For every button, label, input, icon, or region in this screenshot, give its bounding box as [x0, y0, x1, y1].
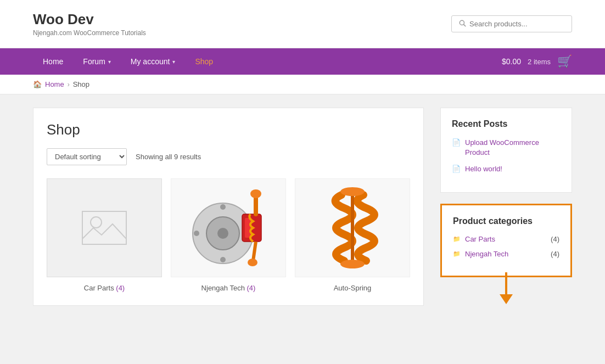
product-categories-widget: Product categories 📁 Car Parts (4) 📁 Nje… [440, 204, 572, 277]
product-name-car-parts: Car Parts (4) [47, 284, 162, 292]
search-input[interactable] [469, 20, 565, 28]
nav-item-forum[interactable]: Forum ▾ [73, 48, 120, 75]
cat-item-njengah-tech: 📁 Njengah Tech (4) [453, 250, 559, 258]
shop-box: Shop Default sorting Showing all 9 resul… [33, 108, 424, 306]
cart-items-count: 2 items [528, 58, 551, 66]
breadcrumb-current: Shop [73, 80, 89, 88]
site-tagline: Njengah.com WooCommerce Tutorials [33, 29, 146, 37]
svg-line-1 [464, 25, 466, 26]
nav-item-home[interactable]: Home [33, 48, 73, 75]
cat-folder-icon-2: 📁 [453, 250, 461, 257]
svg-point-14 [250, 189, 261, 198]
product-card-car-parts: Car Parts (4) [47, 178, 162, 292]
svg-rect-2 [82, 211, 126, 244]
svg-rect-12 [245, 218, 251, 238]
product-name-auto-spring: Auto-Spring [295, 284, 410, 292]
home-icon: 🏠 [33, 80, 42, 88]
content-area: Shop Default sorting Showing all 9 resul… [33, 108, 424, 306]
svg-line-15 [253, 242, 256, 261]
product-spring-image [295, 178, 410, 277]
sidebar: Recent Posts 📄 Upload WooCommerce Produc… [440, 108, 572, 306]
product-card-njengah-tech: Njengah Tech (4) [171, 178, 286, 292]
svg-point-18 [340, 187, 365, 196]
product-card-auto-spring: Auto-Spring [295, 178, 410, 292]
myaccount-chevron-icon: ▾ [172, 59, 175, 65]
svg-point-8 [220, 257, 226, 262]
post-link-1[interactable]: Upload WooCommerce Product [465, 138, 561, 158]
placeholder-svg [80, 209, 129, 247]
main-container: Shop Default sorting Showing all 9 resul… [0, 94, 605, 319]
product-categories-title: Product categories [453, 216, 559, 226]
site-header: Woo Dev Njengah.com WooCommerce Tutorial… [0, 0, 605, 48]
post-icon-2: 📄 [452, 165, 461, 173]
shop-title: Shop [47, 121, 410, 138]
recent-post-2: 📄 Hello world! [452, 164, 561, 174]
cat-count-njengah-tech: (4) [551, 250, 559, 258]
breadcrumb: 🏠 Home › Shop [0, 75, 605, 94]
svg-point-6 [217, 228, 228, 239]
recent-post-1: 📄 Upload WooCommerce Product [452, 138, 561, 158]
nav-item-myaccount[interactable]: My account ▾ [121, 48, 186, 75]
svg-point-10 [194, 231, 199, 236]
spring-svg [314, 184, 391, 272]
recent-posts-widget: Recent Posts 📄 Upload WooCommerce Produc… [440, 108, 572, 193]
main-nav: Home Forum ▾ My account ▾ Shop $0.00 2 i… [0, 48, 605, 75]
cat-link-car-parts[interactable]: Car Parts [465, 235, 495, 243]
brake-svg [184, 184, 272, 272]
nav-item-shop[interactable]: Shop [185, 48, 223, 75]
forum-chevron-icon: ▾ [108, 59, 111, 65]
recent-posts-title: Recent Posts [452, 119, 561, 129]
breadcrumb-home-link[interactable]: Home [45, 80, 64, 88]
product-name-njengah-tech: Njengah Tech (4) [171, 284, 286, 292]
site-title: Woo Dev [33, 11, 146, 28]
cart-amount: $0.00 [502, 57, 521, 66]
cat-link-njengah-tech[interactable]: Njengah Tech [465, 250, 508, 258]
arrow-shaft [505, 272, 507, 294]
cart-area[interactable]: $0.00 2 items 🛒 [502, 54, 572, 69]
product-brake-image [171, 178, 286, 277]
svg-point-19 [340, 260, 365, 268]
cat-item-car-parts: 📁 Car Parts (4) [453, 235, 559, 243]
search-box[interactable] [451, 15, 572, 32]
svg-point-7 [220, 204, 226, 210]
sort-select[interactable]: Default sorting [47, 148, 127, 165]
post-link-2[interactable]: Hello world! [465, 164, 502, 174]
branding: Woo Dev Njengah.com WooCommerce Tutorial… [33, 11, 146, 37]
cart-icon: 🛒 [557, 54, 572, 69]
post-icon-1: 📄 [452, 138, 461, 147]
showing-text: Showing all 9 results [136, 153, 201, 161]
shop-toolbar: Default sorting Showing all 9 results [47, 148, 410, 165]
product-grid: Car Parts (4) [47, 178, 410, 292]
breadcrumb-separator: › [68, 81, 70, 88]
nav-links: Home Forum ▾ My account ▾ Shop [33, 48, 223, 75]
search-icon [458, 19, 466, 29]
arrow-indicator [500, 272, 513, 304]
svg-point-16 [248, 259, 257, 266]
product-placeholder-image [47, 178, 162, 277]
arrow-head [500, 294, 513, 304]
cat-count-car-parts: (4) [551, 235, 559, 243]
cat-folder-icon-1: 📁 [453, 236, 461, 243]
svg-point-3 [91, 217, 102, 228]
